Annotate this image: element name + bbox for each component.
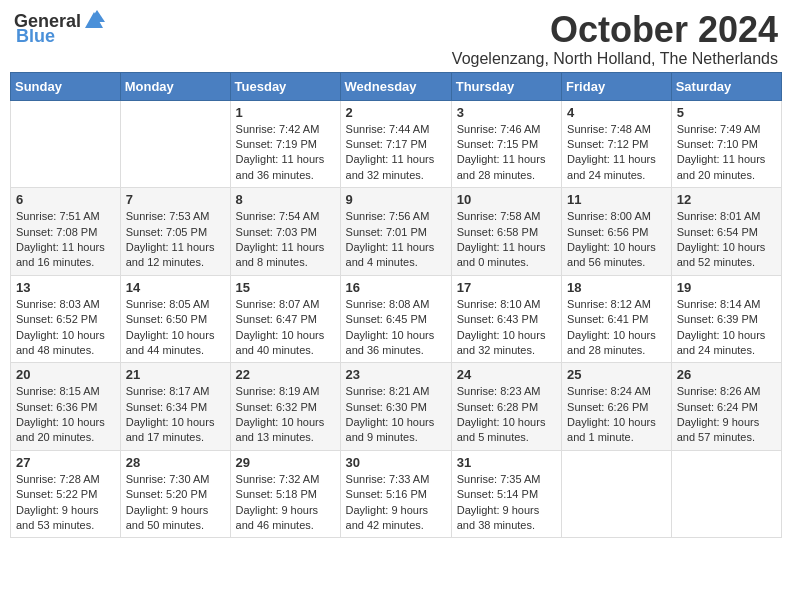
day-number: 20 (16, 367, 115, 382)
logo: General Blue (14, 10, 105, 47)
day-info: Sunrise: 7:28 AMSunset: 5:22 PMDaylight:… (16, 472, 115, 534)
day-info: Sunrise: 8:00 AMSunset: 6:56 PMDaylight:… (567, 209, 666, 271)
day-number: 5 (677, 105, 776, 120)
day-number: 3 (457, 105, 556, 120)
day-info: Sunrise: 7:53 AMSunset: 7:05 PMDaylight:… (126, 209, 225, 271)
calendar-cell: 1Sunrise: 7:42 AMSunset: 7:19 PMDaylight… (230, 100, 340, 188)
calendar-cell (671, 450, 781, 538)
day-info: Sunrise: 7:42 AMSunset: 7:19 PMDaylight:… (236, 122, 335, 184)
calendar-cell: 12Sunrise: 8:01 AMSunset: 6:54 PMDayligh… (671, 188, 781, 276)
day-number: 1 (236, 105, 335, 120)
day-info: Sunrise: 7:33 AMSunset: 5:16 PMDaylight:… (346, 472, 446, 534)
calendar-cell: 3Sunrise: 7:46 AMSunset: 7:15 PMDaylight… (451, 100, 561, 188)
day-info: Sunrise: 8:23 AMSunset: 6:28 PMDaylight:… (457, 384, 556, 446)
logo-blue-text: Blue (16, 26, 55, 47)
calendar-cell: 31Sunrise: 7:35 AMSunset: 5:14 PMDayligh… (451, 450, 561, 538)
day-info: Sunrise: 7:46 AMSunset: 7:15 PMDaylight:… (457, 122, 556, 184)
day-number: 25 (567, 367, 666, 382)
day-info: Sunrise: 8:08 AMSunset: 6:45 PMDaylight:… (346, 297, 446, 359)
day-info: Sunrise: 8:19 AMSunset: 6:32 PMDaylight:… (236, 384, 335, 446)
calendar-cell (562, 450, 672, 538)
calendar-cell: 11Sunrise: 8:00 AMSunset: 6:56 PMDayligh… (562, 188, 672, 276)
day-number: 15 (236, 280, 335, 295)
day-info: Sunrise: 8:24 AMSunset: 6:26 PMDaylight:… (567, 384, 666, 446)
day-info: Sunrise: 8:10 AMSunset: 6:43 PMDaylight:… (457, 297, 556, 359)
day-info: Sunrise: 8:07 AMSunset: 6:47 PMDaylight:… (236, 297, 335, 359)
weekday-header-wednesday: Wednesday (340, 72, 451, 100)
day-info: Sunrise: 7:32 AMSunset: 5:18 PMDaylight:… (236, 472, 335, 534)
day-number: 6 (16, 192, 115, 207)
calendar-cell: 23Sunrise: 8:21 AMSunset: 6:30 PMDayligh… (340, 363, 451, 451)
day-number: 11 (567, 192, 666, 207)
calendar-cell: 6Sunrise: 7:51 AMSunset: 7:08 PMDaylight… (11, 188, 121, 276)
day-info: Sunrise: 7:58 AMSunset: 6:58 PMDaylight:… (457, 209, 556, 271)
day-number: 22 (236, 367, 335, 382)
calendar-cell: 21Sunrise: 8:17 AMSunset: 6:34 PMDayligh… (120, 363, 230, 451)
day-number: 26 (677, 367, 776, 382)
calendar-cell (11, 100, 121, 188)
calendar-week-row: 27Sunrise: 7:28 AMSunset: 5:22 PMDayligh… (11, 450, 782, 538)
calendar-cell: 4Sunrise: 7:48 AMSunset: 7:12 PMDaylight… (562, 100, 672, 188)
day-number: 23 (346, 367, 446, 382)
calendar-week-row: 20Sunrise: 8:15 AMSunset: 6:36 PMDayligh… (11, 363, 782, 451)
calendar-cell: 9Sunrise: 7:56 AMSunset: 7:01 PMDaylight… (340, 188, 451, 276)
calendar-cell: 28Sunrise: 7:30 AMSunset: 5:20 PMDayligh… (120, 450, 230, 538)
day-number: 8 (236, 192, 335, 207)
day-info: Sunrise: 7:56 AMSunset: 7:01 PMDaylight:… (346, 209, 446, 271)
day-info: Sunrise: 7:49 AMSunset: 7:10 PMDaylight:… (677, 122, 776, 184)
day-number: 29 (236, 455, 335, 470)
day-number: 19 (677, 280, 776, 295)
title-area: October 2024 Vogelenzang, North Holland,… (452, 10, 778, 68)
day-number: 14 (126, 280, 225, 295)
day-info: Sunrise: 8:14 AMSunset: 6:39 PMDaylight:… (677, 297, 776, 359)
day-number: 17 (457, 280, 556, 295)
day-number: 4 (567, 105, 666, 120)
weekday-header-sunday: Sunday (11, 72, 121, 100)
day-info: Sunrise: 7:54 AMSunset: 7:03 PMDaylight:… (236, 209, 335, 271)
day-info: Sunrise: 8:03 AMSunset: 6:52 PMDaylight:… (16, 297, 115, 359)
day-number: 16 (346, 280, 446, 295)
day-info: Sunrise: 7:44 AMSunset: 7:17 PMDaylight:… (346, 122, 446, 184)
day-info: Sunrise: 8:01 AMSunset: 6:54 PMDaylight:… (677, 209, 776, 271)
calendar-cell: 10Sunrise: 7:58 AMSunset: 6:58 PMDayligh… (451, 188, 561, 276)
weekday-header-tuesday: Tuesday (230, 72, 340, 100)
weekday-header-friday: Friday (562, 72, 672, 100)
day-info: Sunrise: 8:21 AMSunset: 6:30 PMDaylight:… (346, 384, 446, 446)
day-number: 12 (677, 192, 776, 207)
calendar-cell: 2Sunrise: 7:44 AMSunset: 7:17 PMDaylight… (340, 100, 451, 188)
day-number: 10 (457, 192, 556, 207)
logo-icon (83, 10, 105, 32)
weekday-header-row: SundayMondayTuesdayWednesdayThursdayFrid… (11, 72, 782, 100)
day-number: 28 (126, 455, 225, 470)
calendar-cell: 29Sunrise: 7:32 AMSunset: 5:18 PMDayligh… (230, 450, 340, 538)
calendar-cell: 17Sunrise: 8:10 AMSunset: 6:43 PMDayligh… (451, 275, 561, 363)
calendar-cell: 24Sunrise: 8:23 AMSunset: 6:28 PMDayligh… (451, 363, 561, 451)
day-number: 31 (457, 455, 556, 470)
weekday-header-saturday: Saturday (671, 72, 781, 100)
calendar-week-row: 6Sunrise: 7:51 AMSunset: 7:08 PMDaylight… (11, 188, 782, 276)
day-info: Sunrise: 7:30 AMSunset: 5:20 PMDaylight:… (126, 472, 225, 534)
weekday-header-thursday: Thursday (451, 72, 561, 100)
calendar-cell: 7Sunrise: 7:53 AMSunset: 7:05 PMDaylight… (120, 188, 230, 276)
calendar-cell: 5Sunrise: 7:49 AMSunset: 7:10 PMDaylight… (671, 100, 781, 188)
calendar-cell: 13Sunrise: 8:03 AMSunset: 6:52 PMDayligh… (11, 275, 121, 363)
day-info: Sunrise: 8:12 AMSunset: 6:41 PMDaylight:… (567, 297, 666, 359)
calendar-cell: 8Sunrise: 7:54 AMSunset: 7:03 PMDaylight… (230, 188, 340, 276)
calendar-cell: 14Sunrise: 8:05 AMSunset: 6:50 PMDayligh… (120, 275, 230, 363)
svg-marker-1 (89, 10, 105, 22)
day-info: Sunrise: 7:48 AMSunset: 7:12 PMDaylight:… (567, 122, 666, 184)
calendar-cell: 26Sunrise: 8:26 AMSunset: 6:24 PMDayligh… (671, 363, 781, 451)
calendar-cell: 19Sunrise: 8:14 AMSunset: 6:39 PMDayligh… (671, 275, 781, 363)
calendar-cell: 27Sunrise: 7:28 AMSunset: 5:22 PMDayligh… (11, 450, 121, 538)
calendar-table: SundayMondayTuesdayWednesdayThursdayFrid… (10, 72, 782, 539)
header: General Blue October 2024 Vogelenzang, N… (10, 10, 782, 68)
day-info: Sunrise: 7:51 AMSunset: 7:08 PMDaylight:… (16, 209, 115, 271)
calendar-cell: 30Sunrise: 7:33 AMSunset: 5:16 PMDayligh… (340, 450, 451, 538)
day-number: 2 (346, 105, 446, 120)
day-number: 21 (126, 367, 225, 382)
day-number: 7 (126, 192, 225, 207)
day-number: 13 (16, 280, 115, 295)
calendar-cell: 22Sunrise: 8:19 AMSunset: 6:32 PMDayligh… (230, 363, 340, 451)
day-info: Sunrise: 7:35 AMSunset: 5:14 PMDaylight:… (457, 472, 556, 534)
day-info: Sunrise: 8:26 AMSunset: 6:24 PMDaylight:… (677, 384, 776, 446)
